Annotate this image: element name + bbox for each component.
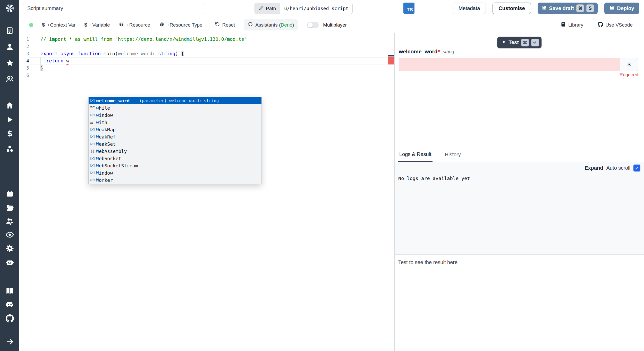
deploy-button[interactable]: Deploy [604,3,639,14]
tab-history[interactable]: History [444,147,462,162]
suggest-label: WebSocket [96,156,121,161]
add-resource-type-button[interactable]: +Resource Type [159,22,202,28]
multiplayer-toggle[interactable] [307,22,319,28]
assistants-button[interactable]: Assistants (Deno) [244,19,298,30]
kbd-s: S [586,4,594,12]
sidebar-item-boxes[interactable] [0,144,19,154]
sidebar-item-folder-open[interactable] [0,203,19,213]
code-editor[interactable]: 123456 // import * as wmill from "https:… [19,33,394,351]
sidebar-item-users-gear[interactable] [0,216,19,227]
customise-button[interactable]: Customise [493,3,531,14]
sidebar-item-robot[interactable] [0,258,19,268]
add-variable-button[interactable]: $ +Variable [84,22,110,28]
github-icon [598,22,603,28]
result-placeholder: Test to see the result here [398,259,457,265]
users-gear-icon [5,217,14,226]
windmill-logo-icon[interactable] [4,2,16,14]
multiplayer-control: Multiplayer [307,22,347,28]
sidebar-divider [0,333,19,333]
suggest-item[interactable]: welcome_word(parameter) welcome_word: st… [89,97,261,104]
kbd-cmd: ⌘ [521,39,529,46]
editor-toolbar: $ +Context Var $ +Variable +Resource +Re… [19,17,644,33]
sidebar-item-users[interactable] [0,74,19,85]
users-icon [5,75,14,84]
sidebar-item-gear[interactable] [0,244,19,254]
suggest-item[interactable]: Worker [89,176,261,184]
folder-open-icon [5,203,14,213]
suggest-item[interactable]: WeakRef [89,133,261,140]
code-line-5[interactable]: } [40,64,43,72]
pencil-icon [259,5,264,12]
path-label-text: Path [266,6,276,11]
script-summary-input[interactable] [23,3,204,14]
autoscroll-checkbox[interactable]: ✓ [633,165,640,172]
sync-icon [248,22,253,28]
edit-path-button[interactable]: Path [255,3,280,14]
current-line-top [29,57,387,58]
sidebar-item-building[interactable] [0,26,19,36]
line-number: 1 [19,36,29,43]
add-context-var-button[interactable]: $ +Context Var [42,22,75,28]
suggest-label: Window [96,170,113,176]
variable-symbol-icon [90,127,96,132]
suggest-item[interactable]: window [89,111,261,119]
use-vscode-button[interactable]: Use VScode [598,22,633,28]
autoscroll-label: Auto scroll [606,165,630,171]
sidebar-item-star[interactable] [0,58,19,69]
rotate-ccw-icon [215,22,220,28]
code-line-1[interactable]: // import * as wmill from "https://deno.… [40,36,247,43]
sidebar-item-home[interactable] [0,101,19,111]
metadata-button[interactable]: Metadata [453,3,486,14]
test-button[interactable]: Test ⌘ ↵ [497,37,541,48]
sidebar-item-book[interactable] [0,286,19,297]
robot-icon [5,258,14,268]
suggest-label: while [96,105,110,111]
code-line-4[interactable]: return w [40,57,69,64]
script-path[interactable]: u/henri/unbiased_script [280,3,352,14]
user-icon [5,42,14,52]
code-line-3[interactable]: export async function main(welcome_word:… [40,50,184,57]
suggest-item[interactable]: while [89,104,261,111]
sidebar-item-arrow-right[interactable] [0,337,19,347]
suggest-item[interactable]: WeakMap [89,126,261,133]
tab-logs-result[interactable]: Logs & Result [398,147,433,162]
required-asterisk: * [438,48,440,55]
star-icon [5,59,14,68]
insert-variable-button[interactable]: $ [620,58,638,71]
add-resource-button[interactable]: +Resource [119,22,150,28]
line-number: 4 [19,57,29,64]
suggest-label: Worker [96,177,113,183]
deno-label: Deno [281,22,292,28]
variable-symbol-icon [90,134,96,139]
suggest-item[interactable]: WeakSet [89,140,261,148]
sidebar-item-github[interactable] [0,314,19,324]
suggest-item[interactable]: WebSocketStream [89,162,261,169]
building-icon [6,27,14,36]
book-icon [5,287,14,296]
current-line-bottom [29,64,387,64]
argument-input[interactable] [399,58,638,71]
suggest-item[interactable]: WebSocket [89,155,261,162]
sidebar-item-discord[interactable] [0,300,19,310]
sidebar-item-dollar[interactable]: $ [0,129,19,140]
sidebar-item-calendar[interactable] [0,189,19,199]
gear-icon [6,244,14,254]
suggest-label: welcome_word [96,98,130,103]
reset-button[interactable]: Reset [215,22,235,28]
save-draft-button[interactable]: Save draft ⌘ S [538,3,598,14]
status-dot [29,23,33,27]
log-area: Expand Auto scroll ✓ No logs are availab… [395,162,644,254]
svg-text:$: $ [7,129,12,138]
sidebar-item-play[interactable] [0,115,19,125]
suggest-item[interactable]: with [89,119,261,126]
suggest-label: WebAssembly [96,149,127,154]
sidebar-item-eye[interactable] [0,230,19,240]
sidebar-item-user[interactable] [0,42,19,52]
variable-symbol-icon [90,156,96,161]
discord-icon [5,300,14,310]
library-button[interactable]: Library [561,22,583,28]
suggest-item[interactable]: Window [89,169,261,176]
expand-button[interactable]: Expand [584,165,603,171]
suggest-item[interactable]: {}WebAssembly [89,148,261,155]
indent-guide [40,57,41,71]
